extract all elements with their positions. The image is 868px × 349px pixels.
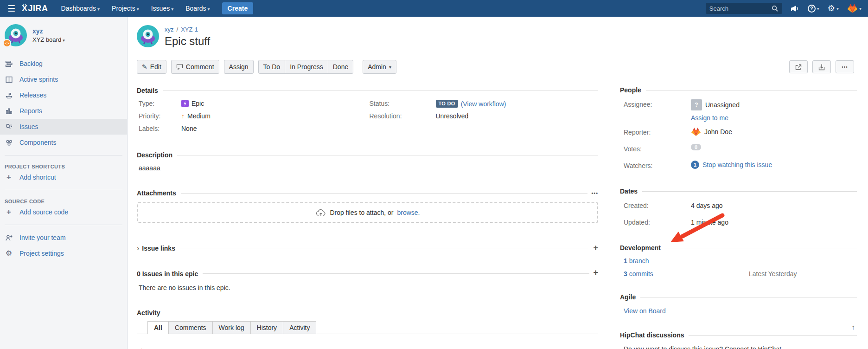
- issue-project-avatar[interactable]: [137, 25, 159, 47]
- view-on-board-link[interactable]: View on Board: [620, 307, 666, 315]
- comment-button[interactable]: Comment: [171, 60, 219, 74]
- agile-heading: Agile: [620, 293, 857, 301]
- done-transition-button[interactable]: Done: [328, 60, 353, 74]
- search-input[interactable]: [709, 5, 772, 12]
- chevron-down-icon: ▾: [389, 65, 391, 70]
- tab-all[interactable]: All: [147, 321, 169, 334]
- view-workflow-link[interactable]: (View workflow): [461, 100, 506, 108]
- board-switcher[interactable]: XYZ board▾: [32, 36, 65, 43]
- chevron-down-icon: ▾: [836, 6, 839, 11]
- pencil-icon: ✎: [142, 63, 147, 71]
- description-section: Description aaaaaa: [137, 151, 598, 172]
- hamburger-menu-icon[interactable]: ☰: [7, 3, 15, 14]
- help-icon: ?: [808, 5, 816, 13]
- user-avatar: [847, 3, 858, 13]
- add-source-code-button[interactable]: + Add source code: [0, 204, 127, 220]
- sidebar-divider: [5, 155, 122, 155]
- tab-history[interactable]: History: [250, 321, 284, 334]
- assignee-field: Assignee: ? Unassigned Assign to me: [620, 99, 857, 122]
- updated-field: Updated: 1 minute ago: [620, 217, 857, 228]
- reports-chart-icon: [5, 107, 13, 115]
- labels-field: Labels: None: [137, 125, 368, 137]
- votes-field: Votes: 0: [620, 144, 857, 155]
- add-shortcut-button[interactable]: + Add shortcut: [0, 169, 127, 185]
- create-button[interactable]: Create: [222, 2, 254, 14]
- epic-issues-section: 0 Issues in this epic + There are no iss…: [137, 270, 598, 291]
- jira-logo-text: JIRA: [28, 4, 48, 13]
- project-header: <> xyz XYZ board▾: [0, 17, 127, 53]
- branches-link[interactable]: 1 branch: [624, 257, 649, 265]
- votes-badge[interactable]: 0: [691, 144, 701, 150]
- sidebar-item-releases[interactable]: Releases: [0, 87, 127, 103]
- chevron-down-icon: ▾: [137, 6, 139, 12]
- sidebar-nav: Backlog Active sprints Releases Reports: [0, 56, 127, 150]
- attachments-more-icon[interactable]: •••: [591, 190, 598, 196]
- gear-icon: ⚙: [828, 4, 835, 13]
- project-shortcuts-header: PROJECT SHORTCUTS: [0, 160, 127, 169]
- sidebar-item-backlog[interactable]: Backlog: [0, 56, 127, 71]
- source-code-header: SOURCE CODE: [0, 195, 127, 204]
- browse-link[interactable]: browse.: [397, 209, 420, 216]
- people-section: People Assignee: ? Unassigned Assign to …: [620, 86, 857, 172]
- project-avatar[interactable]: <>: [5, 24, 27, 46]
- watchers-badge[interactable]: 1: [691, 161, 699, 169]
- issue-main-panel: xyz/XYZ-1 Epic stuff ✎ Edit Comment Assi…: [128, 17, 868, 349]
- priority-field: Priority: ↑ Medium: [137, 112, 368, 124]
- add-issue-to-epic-icon[interactable]: +: [593, 268, 598, 278]
- nav-projects[interactable]: Projects▾: [112, 5, 139, 12]
- attachment-dropzone[interactable]: Drop files to attach, or browse.: [137, 202, 598, 223]
- admin-menu-button[interactable]: Admin ▾: [363, 60, 396, 74]
- more-actions-button[interactable]: •••: [836, 60, 854, 73]
- jira-logo[interactable]: Ẍ JIRA: [22, 4, 48, 13]
- nav-issues[interactable]: Issues▾: [151, 5, 174, 12]
- backlog-icon: [5, 60, 13, 68]
- nav-boards[interactable]: Boards▾: [185, 5, 210, 12]
- project-name[interactable]: xyz: [32, 27, 65, 35]
- tab-comments[interactable]: Comments: [168, 321, 213, 334]
- tab-activity[interactable]: Activity: [283, 321, 316, 334]
- in-progress-transition-button[interactable]: In Progress: [285, 60, 328, 74]
- issue-toolbar: ✎ Edit Comment Assign To Do In Progress …: [137, 60, 598, 74]
- admin-settings-menu[interactable]: ⚙ ▾: [828, 4, 839, 13]
- user-profile-menu[interactable]: ▾: [847, 3, 862, 13]
- dates-heading: Dates: [620, 187, 857, 195]
- assign-button[interactable]: Assign: [224, 60, 254, 74]
- reporter-field: Reporter: John Doe: [620, 127, 857, 138]
- details-section: Details Type: Epic Priority:: [137, 87, 598, 137]
- nav-dashboards[interactable]: Dashboards▾: [61, 5, 100, 12]
- hipchat-heading: HipChat discussions: [620, 331, 857, 339]
- commits-row: 3 commits Latest Yesterday: [620, 270, 857, 278]
- active-sprints-icon: [5, 76, 13, 84]
- help-menu[interactable]: ? ▾: [808, 5, 819, 13]
- breadcrumb-issue-key-link[interactable]: XYZ-1: [181, 26, 198, 33]
- chevron-down-icon: ▾: [859, 6, 862, 11]
- created-field: Created: 4 days ago: [620, 200, 857, 212]
- people-heading: People: [620, 86, 857, 94]
- hipchat-prompt: Do you want to discuss this issue? Conne…: [620, 345, 857, 349]
- export-button[interactable]: [812, 60, 831, 73]
- invite-your-team-button[interactable]: Invite your team: [0, 230, 127, 246]
- issue-header: xyz/XYZ-1 Epic stuff: [137, 25, 598, 48]
- project-settings-button[interactable]: ⚙ Project settings: [0, 246, 127, 261]
- issue-title: Epic stuff: [165, 35, 210, 48]
- sidebar-item-issues[interactable]: Issues: [0, 119, 127, 135]
- sidebar-item-active-sprints[interactable]: Active sprints: [0, 71, 127, 87]
- agile-section: Agile View on Board: [620, 293, 857, 318]
- todo-transition-button[interactable]: To Do: [258, 60, 286, 74]
- sidebar-item-reports[interactable]: Reports: [0, 103, 127, 119]
- upload-cloud-icon: [315, 208, 326, 217]
- edit-button[interactable]: ✎ Edit: [137, 60, 166, 74]
- announcements-megaphone-icon[interactable]: [791, 5, 799, 13]
- share-button[interactable]: [789, 60, 808, 73]
- stop-watching-link[interactable]: Stop watching this issue: [702, 161, 772, 168]
- assign-to-me-link[interactable]: Assign to me: [691, 114, 728, 122]
- tab-work-log[interactable]: Work log: [212, 321, 251, 334]
- sidebar-item-components[interactable]: Components: [0, 135, 127, 150]
- details-heading: Details: [137, 87, 598, 94]
- add-issue-link-icon[interactable]: +: [593, 243, 598, 253]
- commits-link[interactable]: 3 commits: [624, 270, 653, 278]
- description-text[interactable]: aaaaaa: [137, 164, 598, 172]
- expand-chevron-icon[interactable]: ›: [137, 244, 139, 252]
- breadcrumb-project-link[interactable]: xyz: [165, 26, 174, 33]
- search-icon[interactable]: [772, 5, 779, 12]
